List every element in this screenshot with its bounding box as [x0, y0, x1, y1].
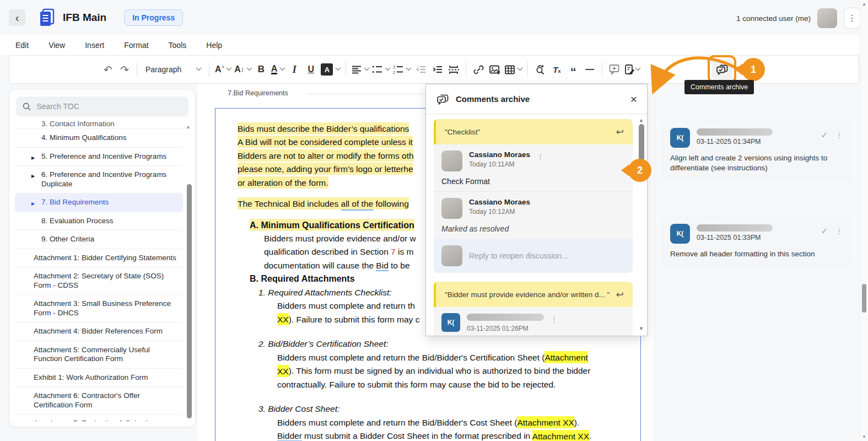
menu-bar: EditViewInsertFormatToolsHelp	[0, 35, 868, 55]
toc-item[interactable]: ▶6. Preference and Incentive Programs Du…	[15, 166, 183, 193]
header-menu-button[interactable]: ⋮	[844, 8, 860, 29]
block-quote-button[interactable]: “	[565, 60, 581, 79]
font-size-button[interactable]: A↕	[233, 60, 253, 79]
reply-icon[interactable]: ↩	[616, 289, 624, 300]
divider	[527, 62, 528, 77]
menu-item-view[interactable]: View	[48, 41, 65, 50]
insert-table-button[interactable]	[503, 60, 524, 79]
toc-item[interactable]: Exhibit 1: Work Authorization Form	[15, 369, 183, 388]
back-button[interactable]: ‹	[9, 9, 25, 26]
track-changes-button[interactable]	[623, 60, 643, 79]
toc-scrollbar-thumb[interactable]	[187, 184, 192, 418]
font-color-button[interactable]: A	[269, 60, 287, 79]
toc-item[interactable]: ▶5. Preference and Incentive Programs	[15, 148, 183, 166]
toc-search-input[interactable]	[37, 102, 182, 111]
indent-button[interactable]	[429, 60, 445, 79]
toc-item[interactable]: 8. Evaluation Process	[15, 212, 183, 231]
remove-format-button[interactable]: Tx	[548, 60, 565, 79]
horizontal-line-icon: —	[585, 64, 594, 74]
comment-card[interactable]: K(03-11-2025 01:34PM✓⋮Align left and cre…	[661, 120, 851, 181]
redo-button[interactable]: ↷	[116, 60, 133, 79]
underline-button[interactable]: U	[303, 60, 319, 79]
toc-item[interactable]: Attachment 2: Secretary of State (SOS) F…	[15, 267, 183, 295]
status-badge[interactable]: In Progress	[124, 9, 183, 26]
italic-button[interactable]: I	[286, 60, 303, 79]
scroll-up-icon[interactable]: ▲	[862, 2, 866, 7]
insert-table-icon	[505, 65, 515, 74]
page-break-button[interactable]	[445, 60, 462, 79]
menu-item-tools[interactable]: Tools	[169, 41, 187, 50]
toc-item[interactable]: ▶Attachment 7: Evaluation & Selection Re…	[15, 415, 183, 421]
resolve-check-icon[interactable]: ✓	[821, 130, 828, 140]
menu-item-insert[interactable]: Insert	[85, 41, 104, 50]
comment-author: Cassiano Moraes	[469, 150, 530, 159]
kebab-icon[interactable]: ⋮	[537, 153, 544, 161]
page-scrollbar[interactable]: ▲ ▼	[860, 0, 868, 441]
popup-scroll-down-icon[interactable]: ▼	[639, 326, 644, 331]
numbered-list-button[interactable]: 12	[391, 60, 412, 79]
paragraph-style-dropdown[interactable]: Paragraph	[141, 60, 205, 79]
chevron-down-icon	[246, 65, 252, 71]
comment-card[interactable]: K(03-11-2025 01:33PM✓⋮Remove all header …	[661, 216, 851, 267]
page-scrollbar-thumb[interactable]	[862, 284, 866, 313]
toc-search-box[interactable]	[16, 96, 188, 116]
toc-item[interactable]: Attachment 5: Commercially Useful Functi…	[15, 341, 183, 369]
expand-arrow-icon[interactable]: ▶	[31, 154, 35, 163]
scroll-down-icon[interactable]: ▼	[862, 434, 866, 439]
kebab-icon[interactable]: ⋮	[835, 131, 843, 139]
link-button[interactable]	[470, 60, 487, 79]
block-quote-icon: “	[570, 69, 576, 75]
toc-item-label: 8. Evaluation Process	[41, 217, 114, 226]
undo-button[interactable]: ↶	[100, 60, 116, 79]
menu-item-format[interactable]: Format	[124, 41, 148, 50]
kebab-icon[interactable]: ⋮	[835, 227, 843, 235]
text-styles-button[interactable]: A≡	[213, 60, 233, 79]
outdent-button[interactable]	[412, 60, 429, 79]
document-icon	[39, 8, 55, 27]
reply-to-reopen-field[interactable]: Reply to reopen discussion...	[434, 239, 633, 273]
expand-arrow-icon[interactable]: ▶	[31, 200, 35, 209]
bold-button[interactable]: B	[253, 60, 269, 79]
redacted-name-bar	[467, 314, 544, 321]
toc-item[interactable]: 3. Contact Information	[15, 121, 183, 129]
chevron-down-icon	[385, 65, 391, 71]
comment-thread: "Checklist"↩Cassiano MoraesToday 10:11AM…	[434, 119, 633, 273]
popup-scroll-up-icon[interactable]: ▲	[639, 117, 644, 123]
insert-image-icon	[489, 64, 501, 75]
toc-item[interactable]: Attachment 4: Bidder References Form	[15, 322, 183, 341]
reply-icon[interactable]: ↩	[616, 126, 624, 138]
toc-item[interactable]: ▶7. Bid Requirements	[15, 193, 183, 212]
bulleted-list-button[interactable]	[370, 60, 391, 79]
toc-item[interactable]: 4. Minimum Qualifications	[15, 129, 183, 148]
menu-item-edit[interactable]: Edit	[15, 41, 29, 50]
toc-scroll-down-icon[interactable]: ▼	[186, 412, 191, 418]
kebab-icon[interactable]: ⋮	[551, 315, 558, 324]
comment-timestamp: Today 10:11AM	[469, 160, 530, 168]
user-avatar[interactable]	[817, 8, 837, 28]
connected-users-label: 1 connected user (me)	[736, 14, 811, 23]
toc-item[interactable]: Attachment 3: Small Business Preference …	[15, 295, 183, 322]
expand-arrow-icon[interactable]: ▶	[31, 172, 35, 181]
toc-item[interactable]: Attachment 1: Bidder Certifying Statemen…	[15, 249, 183, 268]
comment-header: K(03-11-2025 01:26PM⋮	[441, 313, 625, 332]
highlight-button[interactable]: A	[319, 60, 342, 79]
chevron-down-icon	[336, 65, 341, 71]
undo-icon: ↶	[104, 63, 112, 76]
toc-item[interactable]: Attachment 6: Contractor's Offer Certifi…	[15, 387, 183, 415]
insert-image-button[interactable]	[487, 60, 503, 79]
menu-item-help[interactable]: Help	[206, 41, 222, 50]
resolve-check-icon[interactable]: ✓	[821, 226, 828, 236]
toc-item[interactable]: 9. Other Criteria	[15, 230, 183, 249]
expand-arrow-icon[interactable]: ▶	[24, 421, 27, 421]
svg-text:1: 1	[393, 65, 395, 69]
close-icon[interactable]: ×	[630, 95, 637, 104]
remove-format-icon: T	[553, 65, 558, 74]
horizontal-line-button[interactable]: —	[581, 60, 598, 79]
find-replace-button[interactable]	[532, 60, 548, 79]
thread-quote-text: "Bidder must provide evidence and/or wri…	[445, 291, 610, 299]
toc-scroll-up-icon[interactable]: ▲	[186, 124, 191, 130]
indent-icon	[432, 65, 443, 74]
toc-item-label: 4. Minimum Qualifications	[41, 133, 127, 143]
add-comment-button[interactable]	[606, 60, 623, 79]
align-button[interactable]	[350, 60, 370, 79]
